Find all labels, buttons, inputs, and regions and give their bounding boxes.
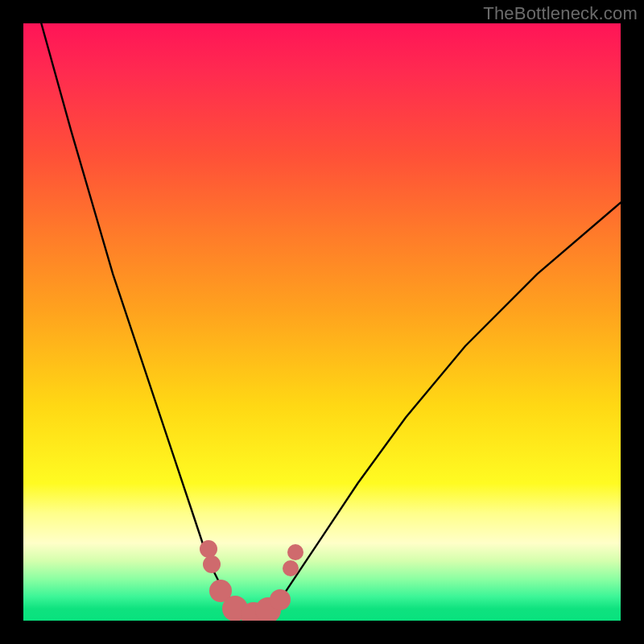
chart-plot-area [23,23,621,621]
watermark-text: TheBottleneck.com [483,3,638,24]
outer-frame: TheBottleneck.com [0,0,644,644]
marker-dot [270,589,291,610]
marker-dot [203,555,221,573]
marker-dot [287,544,303,560]
marker-dot [283,560,299,576]
bottleneck-curve [23,23,621,621]
